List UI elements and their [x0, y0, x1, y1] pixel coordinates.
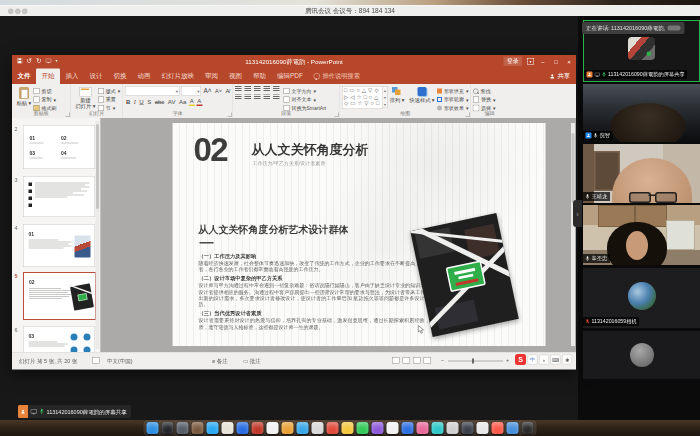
- comments-toggle[interactable]: ▭ 批注: [243, 357, 261, 365]
- slide-thumbnail-3[interactable]: [23, 176, 95, 217]
- decrease-indent-icon[interactable]: [254, 86, 261, 92]
- justify-icon[interactable]: [264, 95, 271, 101]
- dock-app-textedit-icon[interactable]: [267, 422, 279, 434]
- participant-tile[interactable]: [583, 331, 700, 379]
- ppt-minimize-button[interactable]: −: [539, 58, 547, 65]
- dock-app-books-icon[interactable]: [492, 422, 504, 434]
- drawing-dialog-launcher[interactable]: [466, 113, 470, 117]
- zoom-out-button[interactable]: −: [441, 357, 444, 363]
- dock-app-preview-icon[interactable]: [477, 422, 489, 434]
- dock-app-keynote-icon[interactable]: [417, 422, 429, 434]
- copy-button[interactable]: 复制 ▾: [34, 96, 57, 103]
- reset-button[interactable]: 重置: [98, 96, 121, 103]
- dock-app-podcasts-icon[interactable]: [372, 422, 384, 434]
- ribbon-display-options-icon[interactable]: ▾: [527, 58, 534, 65]
- tab-review[interactable]: 审阅: [200, 69, 224, 85]
- dock-app-calendar-icon[interactable]: [282, 422, 294, 434]
- shrink-font-button[interactable]: A˅: [214, 88, 223, 94]
- shape-outline-button[interactable]: 形状轮廓 ▾: [437, 96, 469, 103]
- find-button[interactable]: 查找: [473, 88, 506, 95]
- italic-button[interactable]: I: [133, 98, 137, 106]
- share-button[interactable]: 共享: [544, 72, 577, 84]
- dock-app-launchpad-icon[interactable]: [162, 422, 174, 434]
- slide-thumbnail-6[interactable]: 03: [23, 326, 95, 352]
- login-button[interactable]: 登录: [504, 57, 523, 67]
- align-left-icon[interactable]: [235, 95, 242, 101]
- dock-app-mail-red-icon[interactable]: [252, 422, 264, 434]
- highlight-color-button[interactable]: A: [189, 98, 195, 107]
- dock-app-airdrop-icon[interactable]: [432, 422, 444, 434]
- font-dialog-launcher[interactable]: [228, 113, 232, 117]
- tab-edit-pdf[interactable]: 编辑PDF: [272, 69, 309, 85]
- dock-app-maps-icon[interactable]: [507, 422, 519, 434]
- dock-app-photos-light-icon[interactable]: [222, 422, 234, 434]
- slide-thumbnail-4[interactable]: 01: [23, 224, 95, 267]
- arrange-button[interactable]: 排列 ▾: [387, 86, 407, 112]
- dock-app-notes-brown-icon[interactable]: [192, 422, 204, 434]
- tab-home[interactable]: 开始: [36, 69, 60, 85]
- tab-slideshow[interactable]: 幻灯片放映: [156, 69, 200, 85]
- shapes-gallery[interactable]: □▭○△▽◇ ▷◁☆□○△ ◇▭☆▽○□: [342, 86, 383, 109]
- ime-settings-icon[interactable]: ✱: [562, 355, 572, 365]
- dock-app-facetime-icon[interactable]: [357, 422, 369, 434]
- tab-insert[interactable]: 插入: [60, 69, 84, 85]
- view-buttons[interactable]: [392, 357, 434, 365]
- ime-keyboard-icon[interactable]: ⌨: [551, 355, 561, 365]
- text-shadow-button[interactable]: S: [146, 98, 152, 105]
- sorter-view-icon[interactable]: [403, 357, 411, 364]
- character-spacing-button[interactable]: AV: [167, 98, 177, 105]
- clipboard-dialog-launcher[interactable]: [66, 113, 70, 117]
- shape-fill-button[interactable]: 形状填充 ▾: [437, 88, 469, 95]
- quick-styles-button[interactable]: 快速样式 ▾: [407, 86, 437, 112]
- notes-toggle[interactable]: ≡ 备注: [212, 357, 228, 365]
- align-text-button[interactable]: 对齐文本 ▾: [284, 96, 327, 103]
- font-color-button[interactable]: A: [196, 98, 202, 107]
- slideshow-view-icon[interactable]: [424, 357, 432, 364]
- dock-app-photos-icon[interactable]: [342, 422, 354, 434]
- participant-tile[interactable]: 辛丕忠: [583, 205, 700, 265]
- font-name-select[interactable]: ▾: [125, 86, 180, 96]
- tab-animations[interactable]: 动画: [132, 69, 156, 85]
- dock-app-appstore-icon[interactable]: [237, 422, 249, 434]
- align-right-icon[interactable]: [254, 95, 261, 101]
- ime-cn-en-icon[interactable]: 中: [528, 355, 538, 365]
- dock-app-settings-icon[interactable]: [447, 422, 459, 434]
- dock-app-notes-icon[interactable]: [312, 422, 324, 434]
- font-size-select[interactable]: ▾: [181, 86, 201, 96]
- dock-app-terminal-icon[interactable]: [462, 422, 474, 434]
- dock-app-messages-blue-icon[interactable]: [297, 422, 309, 434]
- ppt-close-button[interactable]: ×: [565, 58, 573, 65]
- cut-button[interactable]: 剪切: [34, 88, 57, 95]
- reading-view-icon[interactable]: [413, 357, 421, 364]
- underline-button[interactable]: U: [138, 98, 144, 105]
- tab-file[interactable]: 文件: [12, 69, 36, 85]
- bold-button[interactable]: B: [125, 98, 131, 105]
- canvas-scrollbar[interactable]: [571, 123, 575, 346]
- tab-transitions[interactable]: 切换: [108, 69, 132, 85]
- slide-thumbnail-5-selected[interactable]: 02: [23, 272, 96, 320]
- participant-tile[interactable]: 倪智: [583, 84, 700, 142]
- language-status[interactable]: 中文(中国): [107, 357, 133, 365]
- bullets-icon[interactable]: [235, 86, 242, 92]
- dock-app-numbers-icon[interactable]: [402, 422, 414, 434]
- dock-app-finder-icon[interactable]: [147, 422, 159, 434]
- participant-tile[interactable]: 王靖龙: [583, 144, 700, 203]
- slide-thumbnail-2[interactable]: 01 02 03 04: [23, 125, 95, 169]
- tab-design[interactable]: 设计: [84, 69, 108, 85]
- tab-help[interactable]: 帮助: [248, 69, 272, 85]
- ime-moon-icon[interactable]: ◗: [539, 355, 549, 365]
- dock-app-siri-icon[interactable]: [177, 422, 189, 434]
- slide-editing-surface[interactable]: 02 从人文关怀角度分析 工作压力/甲乙方关系/设计者素质 从人文关怀角度分析艺…: [173, 123, 546, 346]
- dock-app-safari-icon[interactable]: [207, 422, 219, 434]
- tell-me-search[interactable]: 操作说明搜索: [314, 72, 361, 84]
- paragraph-dialog-launcher[interactable]: [335, 113, 339, 117]
- dock-app-pages-icon[interactable]: [387, 422, 399, 434]
- participant-tile[interactable]: 113142016059相机: [583, 268, 700, 328]
- line-spacing-icon[interactable]: [273, 86, 280, 92]
- spellcheck-icon[interactable]: [92, 357, 103, 365]
- tab-view[interactable]: 视图: [224, 69, 248, 85]
- grow-font-button[interactable]: A˄: [202, 87, 212, 95]
- normal-view-icon[interactable]: [392, 357, 400, 364]
- zoom-slider[interactable]: [448, 361, 503, 362]
- increase-indent-icon[interactable]: [264, 86, 271, 92]
